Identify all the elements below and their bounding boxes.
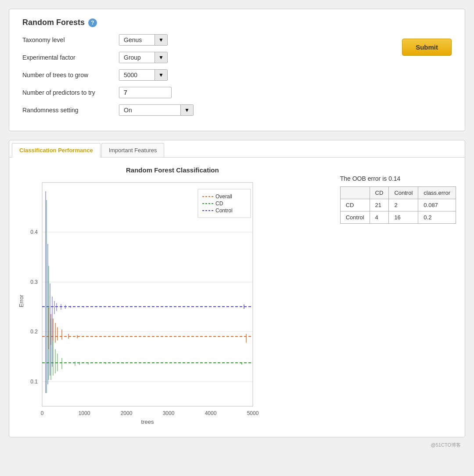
experimental-dropdown-btn[interactable]: ▼ bbox=[154, 52, 167, 63]
svg-text:Overall: Overall bbox=[215, 193, 232, 200]
svg-text:0.3: 0.3 bbox=[30, 279, 38, 285]
oob-row-control-control: 16 bbox=[389, 211, 418, 224]
svg-text:0.2: 0.2 bbox=[30, 329, 38, 335]
num-trees-control: 5000 ▼ bbox=[119, 69, 168, 81]
panel-title-row: Random Forests ? bbox=[22, 18, 452, 27]
randomness-select-value[interactable]: On bbox=[119, 105, 180, 115]
oob-col-header-class-error: class.error bbox=[418, 187, 456, 199]
oob-row-cd-label: CD bbox=[340, 199, 370, 211]
rf-fields: Taxonomy level Genus ▼ Experimental fact… bbox=[22, 34, 384, 122]
svg-text:trees: trees bbox=[141, 419, 154, 425]
tab-content: Random Forest Classification bbox=[9, 157, 465, 437]
randomness-dropdown-btn[interactable]: ▼ bbox=[180, 105, 193, 115]
tab-important-features[interactable]: Important Features bbox=[101, 143, 165, 157]
num-predictors-label: Number of predictors to try bbox=[22, 89, 119, 96]
svg-text:1000: 1000 bbox=[79, 410, 90, 416]
svg-text:Error: Error bbox=[18, 294, 25, 308]
taxonomy-control: Genus ▼ bbox=[119, 34, 168, 46]
taxonomy-row: Taxonomy level Genus ▼ bbox=[22, 34, 384, 46]
experimental-select-wrapper: Group ▼ bbox=[119, 52, 168, 63]
experimental-row: Experimental factor Group ▼ bbox=[22, 52, 384, 63]
oob-row-cd-cd: 21 bbox=[370, 199, 389, 211]
svg-text:5000: 5000 bbox=[247, 410, 259, 416]
chart-title: Random Forest Classification bbox=[18, 166, 327, 174]
oob-row-cd: CD 21 2 0.087 bbox=[340, 199, 456, 211]
experimental-select-value[interactable]: Group bbox=[119, 52, 154, 63]
num-trees-label: Number of trees to grow bbox=[22, 72, 119, 79]
taxonomy-label: Taxonomy level bbox=[22, 36, 119, 43]
oob-table-header-row: CD Control class.error bbox=[340, 187, 456, 199]
randomness-control: On ▼ bbox=[119, 104, 194, 116]
experimental-label: Experimental factor bbox=[22, 54, 119, 61]
randomness-label: Randomness setting bbox=[22, 107, 119, 114]
oob-col-header-cd: CD bbox=[370, 187, 389, 199]
svg-text:4000: 4000 bbox=[205, 410, 217, 416]
svg-text:CD: CD bbox=[215, 200, 223, 207]
oob-row-control: Control 4 16 0.2 bbox=[340, 211, 456, 224]
num-trees-select-value[interactable]: 5000 bbox=[119, 70, 154, 80]
oob-row-cd-class-error: 0.087 bbox=[418, 199, 456, 211]
tabs-header: Classification Performance Important Fea… bbox=[9, 140, 465, 157]
svg-text:0.4: 0.4 bbox=[30, 229, 38, 235]
submit-button[interactable]: Submit bbox=[402, 39, 452, 56]
num-trees-select-wrapper: 5000 ▼ bbox=[119, 69, 168, 81]
chart-svg: 0.4 0.3 0.2 0.1 Error 0 1000 2000 3000 4… bbox=[18, 178, 281, 428]
oob-table: CD Control class.error CD 21 2 0.087 bbox=[340, 186, 456, 224]
taxonomy-dropdown-btn[interactable]: ▼ bbox=[154, 35, 167, 45]
oob-col-header-empty bbox=[340, 187, 370, 199]
svg-text:0: 0 bbox=[41, 410, 44, 416]
submit-section: Submit bbox=[402, 34, 452, 56]
taxonomy-select-value[interactable]: Genus bbox=[119, 35, 154, 45]
rf-form: Taxonomy level Genus ▼ Experimental fact… bbox=[22, 34, 452, 122]
tabs-section: Classification Performance Important Fea… bbox=[9, 140, 465, 437]
chart-container: Random Forest Classification bbox=[18, 166, 327, 428]
num-predictors-control bbox=[119, 87, 172, 98]
randomness-row: Randomness setting On ▼ bbox=[22, 104, 384, 116]
svg-text:Control: Control bbox=[215, 208, 233, 214]
num-trees-dropdown-btn[interactable]: ▼ bbox=[154, 70, 167, 80]
svg-text:3000: 3000 bbox=[163, 410, 175, 416]
random-forests-panel: Random Forests ? Taxonomy level Genus ▼ bbox=[9, 9, 465, 131]
num-trees-row: Number of trees to grow 5000 ▼ bbox=[22, 69, 384, 81]
oob-row-control-cd: 4 bbox=[370, 211, 389, 224]
tab-classification-performance[interactable]: Classification Performance bbox=[12, 143, 101, 157]
experimental-control: Group ▼ bbox=[119, 52, 168, 63]
taxonomy-select-wrapper: Genus ▼ bbox=[119, 34, 168, 46]
num-predictors-input[interactable] bbox=[119, 87, 172, 98]
svg-text:0.1: 0.1 bbox=[30, 379, 38, 385]
oob-col-header-control: Control bbox=[389, 187, 418, 199]
watermark: @51CTO博客 bbox=[9, 442, 465, 448]
num-predictors-row: Number of predictors to try bbox=[22, 87, 384, 98]
oob-row-control-label: Control bbox=[340, 211, 370, 224]
oob-title: The OOB error is 0.14 bbox=[340, 175, 456, 182]
chart-area: 0.4 0.3 0.2 0.1 Error 0 1000 2000 3000 4… bbox=[18, 178, 281, 428]
oob-section: The OOB error is 0.14 CD Control class.e… bbox=[340, 175, 456, 428]
oob-row-control-class-error: 0.2 bbox=[418, 211, 456, 224]
help-icon[interactable]: ? bbox=[88, 18, 97, 27]
svg-text:2000: 2000 bbox=[121, 410, 133, 416]
panel-title: Random Forests bbox=[22, 18, 85, 27]
oob-row-cd-control: 2 bbox=[389, 199, 418, 211]
randomness-select-wrapper: On ▼ bbox=[119, 104, 194, 116]
